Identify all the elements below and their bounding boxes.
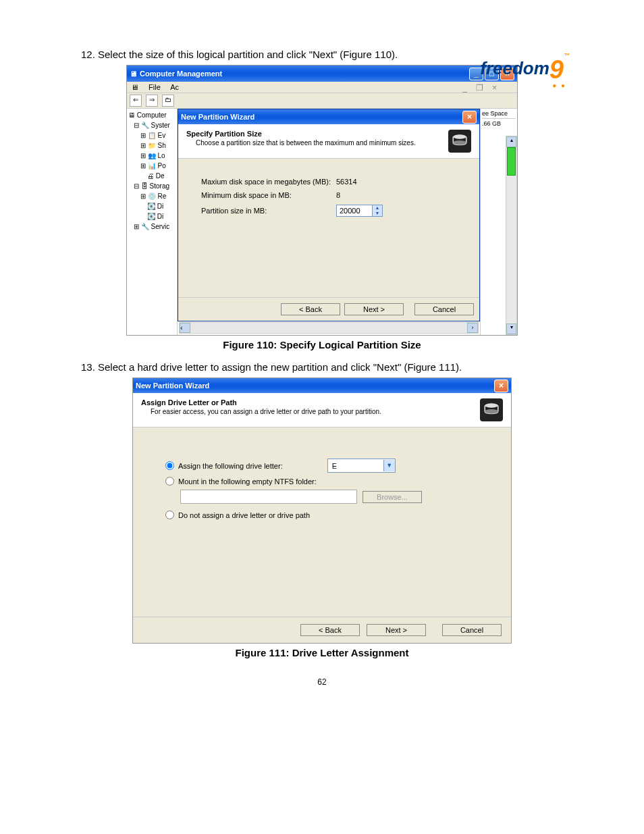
toolbar: ⇐ ⇒ 🗀 [127, 93, 517, 109]
tree-storage[interactable]: ⊟ 🗄 Storag [128, 181, 176, 191]
back-button[interactable]: < Back [281, 303, 340, 315]
back-button-2[interactable]: < Back [300, 624, 360, 636]
up-icon[interactable]: 🗀 [162, 95, 174, 107]
tree-device[interactable]: 🖨 De [128, 171, 176, 181]
tree-services[interactable]: ⊞ 🔧 Servic [128, 221, 176, 232]
back-icon[interactable]: ⇐ [130, 95, 142, 107]
tree-shared[interactable]: ⊞ 📁 Sh [128, 140, 176, 151]
tree-system[interactable]: ⊟ 🔧 Syster [128, 120, 176, 130]
cancel-button-2[interactable]: Cancel [442, 624, 502, 636]
computer-management-titlebar: 🖥 Computer Management _ □ × [127, 66, 517, 82]
new-partition-wizard-dialog: New Partition Wizard × Specify Partition… [178, 109, 480, 321]
spin-up-icon[interactable]: ▲ [373, 205, 382, 211]
next-button-2[interactable]: Next > [367, 624, 426, 636]
mdi-close[interactable]: × [492, 83, 497, 93]
wizard-header-title: Specify Partition Size [186, 130, 448, 138]
chevron-down-icon[interactable]: ▼ [383, 460, 395, 471]
svg-point-0 [453, 134, 466, 139]
window-title: Computer Management [137, 70, 468, 78]
no-assign-label: Do not assign a drive letter or drive pa… [178, 511, 310, 519]
max-space-value: 56314 [336, 178, 390, 186]
menu-bar: 🖥 File Ac _ ❐ × [127, 82, 517, 93]
menu-action[interactable]: Ac [170, 83, 179, 91]
tree-root[interactable]: 🖥 Computer [128, 110, 176, 120]
wizard2-close-button[interactable]: × [494, 380, 508, 392]
tree-removable[interactable]: ⊞ 💿 Re [128, 191, 176, 201]
no-assign-radio[interactable] [165, 511, 174, 519]
browse-button: Browse... [363, 491, 422, 503]
scroll-up-icon[interactable]: ▴ [506, 136, 516, 147]
tree-perf[interactable]: ⊞ 📊 Po [128, 161, 176, 171]
menu-file[interactable]: File [149, 83, 161, 91]
tree-disk-mgmt[interactable]: 💽 Di [128, 211, 176, 221]
mount-path-input [180, 490, 357, 504]
tree-local[interactable]: ⊞ 👥 Lo [128, 151, 176, 161]
tree-disk-defrag[interactable]: 💽 Di [128, 201, 176, 211]
brand-logo: freedom9™ [480, 53, 570, 78]
figure-110-caption: Figure 110: Specify Logical Partition Si… [81, 339, 563, 350]
mdi-restore[interactable]: ❐ [476, 83, 483, 93]
mount-folder-option[interactable]: Mount in the following empty NTFS folder… [165, 477, 488, 486]
max-space-label: Maxium disk space in megabytes (MB): [201, 178, 336, 186]
disk-icon [448, 130, 471, 153]
no-assign-option[interactable]: Do not assign a drive letter or drive pa… [165, 511, 488, 519]
size-label: Partition size in MB: [201, 207, 336, 215]
svg-point-3 [485, 409, 498, 414]
partition-size-spinner[interactable]: ▲▼ [336, 205, 383, 217]
figure-110-screenshot: 🖥 Computer Management _ □ × 🖥 File Ac _ … [127, 66, 517, 335]
wizard-close-button[interactable]: × [462, 111, 477, 124]
spin-down-icon[interactable]: ▼ [373, 211, 382, 216]
mdi-minimize[interactable]: _ [462, 83, 467, 93]
forward-icon[interactable]: ⇒ [146, 95, 158, 107]
column-header: ee Space [482, 110, 516, 119]
right-column: ee Space .66 GB ▴ ▾ [480, 109, 517, 335]
partition-size-input[interactable] [337, 205, 372, 216]
tree-event[interactable]: ⊞ 📋 Ev [128, 130, 176, 140]
scroll-right-icon[interactable]: › [467, 323, 478, 333]
app-icon-small: 🖥 [131, 83, 138, 91]
min-space-value: 8 [336, 191, 390, 199]
wizard-header-subtitle: Choose a partition size that is between … [186, 139, 448, 147]
horizontal-scrollbar[interactable]: ‹ › [179, 322, 479, 334]
vertical-scrollbar[interactable]: ▴ ▾ [506, 136, 517, 335]
wizard-title: New Partition Wizard [181, 113, 461, 121]
wizard2-title: New Partition Wizard [136, 382, 493, 390]
drive-letter-value: E [328, 462, 383, 470]
assign-letter-radio[interactable] [165, 461, 174, 470]
wizard2-header-title: Assign Drive Letter or Path [141, 398, 480, 407]
scroll-down-icon[interactable]: ▾ [506, 323, 516, 334]
partition-indicator [507, 147, 516, 176]
figure-111-caption: Figure 111: Drive Letter Assignment [81, 647, 563, 658]
svg-point-1 [453, 140, 466, 145]
app-icon: 🖥 [130, 70, 137, 78]
figure-111-screenshot: New Partition Wizard × Assign Drive Lett… [133, 378, 511, 643]
assign-letter-option[interactable]: Assign the following drive letter: E ▼ [165, 459, 488, 473]
navigation-tree[interactable]: 🖥 Computer ⊟ 🔧 Syster ⊞ 📋 Ev ⊞ 📁 Sh ⊞ 👥 … [127, 109, 178, 335]
mount-folder-label: Mount in the following empty NTFS folder… [178, 477, 317, 486]
cancel-button[interactable]: Cancel [414, 303, 474, 315]
min-space-label: Minimum disk space in MB: [201, 191, 336, 199]
drive-letter-select[interactable]: E ▼ [327, 459, 396, 473]
assign-letter-label: Assign the following drive letter: [178, 462, 283, 470]
disk-icon [480, 398, 503, 421]
wizard2-header-subtitle: For easier access, you can assign a driv… [141, 408, 480, 415]
scroll-thumb[interactable]: ‹ [180, 323, 190, 333]
svg-point-2 [485, 403, 498, 408]
next-button[interactable]: Next > [344, 303, 404, 315]
step-13-text: 13. Select a hard drive letter to assign… [81, 360, 563, 374]
free-space-value: .66 GB [482, 120, 516, 127]
mount-folder-radio[interactable] [165, 477, 174, 486]
page-number: 62 [81, 677, 563, 687]
